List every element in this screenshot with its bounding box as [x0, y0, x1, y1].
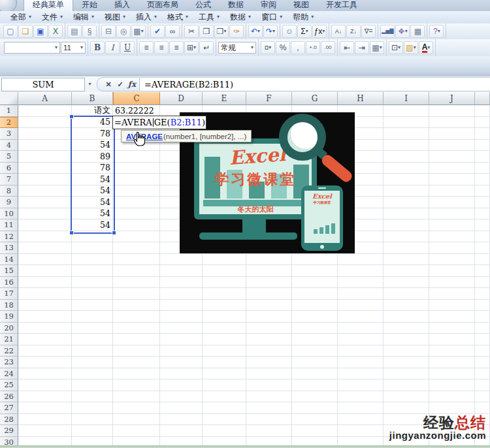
- cell-A1[interactable]: [18, 105, 72, 117]
- tab-开发工具[interactable]: 开发工具: [318, 0, 366, 11]
- column-header-F[interactable]: F: [246, 92, 292, 105]
- cell-C27[interactable]: [113, 402, 160, 414]
- drawing-shapes-button[interactable]: ❖▾: [395, 25, 410, 38]
- cell-K2[interactable]: [475, 117, 490, 129]
- format-painter-button[interactable]: ✑: [229, 25, 244, 38]
- cell-B15[interactable]: [72, 265, 113, 277]
- cell-K9[interactable]: [475, 197, 490, 208]
- cell-B16[interactable]: [72, 277, 113, 289]
- cell-H14[interactable]: [338, 254, 384, 266]
- cell-E19[interactable]: [203, 311, 246, 323]
- cell-K8[interactable]: [475, 185, 490, 197]
- column-header-J[interactable]: J: [429, 92, 475, 105]
- cell-C20[interactable]: [113, 323, 160, 334]
- cell-F21[interactable]: [246, 334, 292, 345]
- row-header-3[interactable]: 3: [0, 128, 18, 140]
- cell-B28[interactable]: [72, 414, 113, 426]
- cell-C15[interactable]: [113, 265, 160, 277]
- cell-J26[interactable]: [429, 391, 475, 403]
- cell-C13[interactable]: [113, 242, 160, 254]
- cell-C28[interactable]: [113, 414, 160, 426]
- increase-decimal-button[interactable]: +.0: [306, 41, 320, 54]
- selection-handle[interactable]: [69, 231, 74, 235]
- cell-K25[interactable]: [475, 379, 490, 391]
- cell-I7[interactable]: [384, 174, 429, 185]
- save-button[interactable]: ▣: [33, 25, 48, 38]
- cell-E27[interactable]: [203, 402, 246, 414]
- cell-D29[interactable]: [160, 425, 203, 437]
- name-box[interactable]: SUM: [1, 78, 85, 91]
- cell-K12[interactable]: [475, 231, 490, 243]
- cell-E25[interactable]: [203, 379, 246, 391]
- cell-D14[interactable]: [160, 254, 203, 266]
- cell-F29[interactable]: [246, 425, 292, 437]
- cell-A18[interactable]: [18, 300, 72, 312]
- cell-J12[interactable]: [429, 231, 475, 243]
- italic-button[interactable]: I: [105, 41, 120, 54]
- cell-I5[interactable]: [384, 151, 429, 163]
- row-header-19[interactable]: 19: [0, 311, 18, 323]
- row-header-8[interactable]: 8: [0, 185, 18, 197]
- row-header-27[interactable]: 27: [0, 402, 18, 414]
- cell-J24[interactable]: [429, 368, 475, 380]
- cell-B24[interactable]: [72, 368, 113, 380]
- cell-C14[interactable]: [113, 254, 160, 266]
- cell-C18[interactable]: [113, 300, 160, 312]
- cell-F26[interactable]: [246, 391, 292, 403]
- cell-A14[interactable]: [18, 254, 72, 266]
- spell-check-button[interactable]: ✔: [150, 25, 165, 38]
- cell-F16[interactable]: [246, 277, 292, 289]
- cell-G21[interactable]: [292, 334, 338, 345]
- cell-H28[interactable]: [338, 414, 384, 426]
- cell-A16[interactable]: [18, 277, 72, 289]
- cell-A27[interactable]: [18, 402, 72, 414]
- cell-A29[interactable]: [18, 425, 72, 437]
- cell-E26[interactable]: [203, 391, 246, 403]
- bold-button[interactable]: B: [90, 41, 105, 54]
- sort-descending-button[interactable]: Z↓: [346, 25, 361, 38]
- cell-C22[interactable]: [113, 345, 160, 357]
- cell-A11[interactable]: [18, 219, 72, 231]
- menu-工具[interactable]: 工具▾: [193, 11, 225, 24]
- tab-视图[interactable]: 视图: [285, 0, 318, 11]
- cell-I26[interactable]: [384, 391, 429, 403]
- column-header-I[interactable]: I: [384, 92, 429, 105]
- cell-K26[interactable]: [475, 391, 490, 403]
- cell-D23[interactable]: [160, 357, 203, 368]
- row-header-10[interactable]: 10: [0, 208, 18, 220]
- cell-C24[interactable]: [113, 368, 160, 380]
- row-header-2[interactable]: 2: [0, 117, 18, 129]
- cell-H25[interactable]: [338, 379, 384, 391]
- insert-function-button[interactable]: ƒx▾: [312, 25, 327, 38]
- cell-F25[interactable]: [246, 379, 292, 391]
- cell-G18[interactable]: [292, 300, 338, 312]
- row-header-24[interactable]: 24: [0, 368, 18, 380]
- cell-A8[interactable]: [18, 185, 72, 197]
- cell-G16[interactable]: [292, 277, 338, 289]
- merge-center-button[interactable]: ⊞▾: [184, 41, 199, 54]
- cell-C21[interactable]: [113, 334, 160, 345]
- cell-J25[interactable]: [429, 379, 475, 391]
- cell-I11[interactable]: [384, 219, 429, 231]
- decrease-indent-button[interactable]: ⇤: [340, 41, 354, 54]
- cell-J17[interactable]: [429, 288, 475, 300]
- wrap-text-button[interactable]: ↵: [199, 41, 214, 54]
- cell-A4[interactable]: [18, 140, 72, 152]
- tab-审阅[interactable]: 审阅: [252, 0, 285, 11]
- cell-A22[interactable]: [18, 345, 72, 357]
- cell-J20[interactable]: [429, 323, 475, 334]
- tab-公式[interactable]: 公式: [187, 0, 220, 11]
- cell-A5[interactable]: [18, 151, 72, 163]
- help-button[interactable]: ?▾: [429, 25, 444, 38]
- cell-H19[interactable]: [338, 311, 384, 323]
- cell-D15[interactable]: [160, 265, 203, 277]
- cell-A7[interactable]: [18, 174, 72, 185]
- row-header-9[interactable]: 9: [0, 197, 18, 208]
- cell-B17[interactable]: [72, 288, 113, 300]
- cell-I19[interactable]: [384, 311, 429, 323]
- cell-K27[interactable]: [475, 402, 490, 414]
- menu-插入[interactable]: 插入▾: [131, 11, 162, 24]
- cell-I24[interactable]: [384, 368, 429, 380]
- row-header-1[interactable]: 1: [0, 105, 18, 117]
- copy-button[interactable]: ❐: [199, 25, 214, 38]
